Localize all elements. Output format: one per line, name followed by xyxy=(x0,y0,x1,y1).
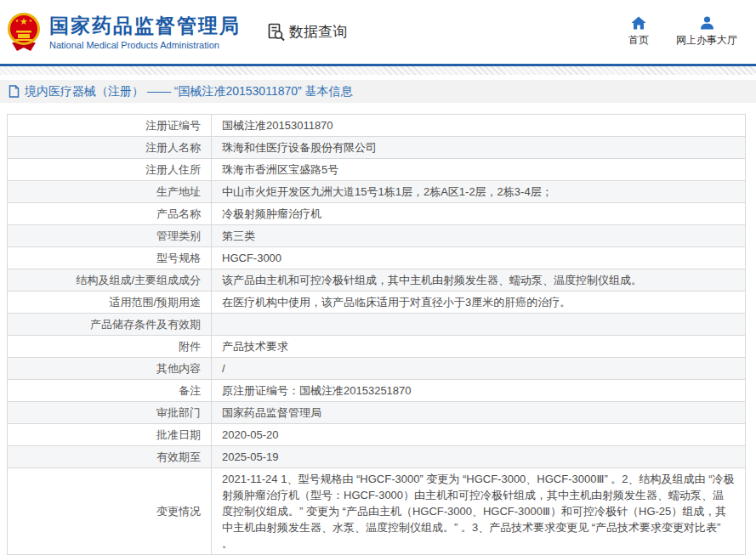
row-label: 变更情况 xyxy=(8,468,212,555)
row-label: 生产地址 xyxy=(8,181,212,203)
registration-info-table: 注册证编号 国械注准20153011870 注册人名称 珠海和佳医疗设备股份有限… xyxy=(7,114,746,555)
nav-home-label: 首页 xyxy=(628,33,649,48)
page-icon xyxy=(9,85,20,98)
svg-text:★: ★ xyxy=(20,16,28,26)
row-label: 附件 xyxy=(8,336,212,358)
table-row: 其他内容 / xyxy=(8,358,746,380)
change-info-row: 变更情况 2021-11-24 1、型号规格由 “HGCF-3000” 变更为 … xyxy=(8,468,746,555)
row-value: 2025-05-19 xyxy=(212,446,746,468)
row-value: 珠海和佳医疗设备股份有限公司 xyxy=(212,137,746,159)
row-value: 2020-05-20 xyxy=(212,424,746,446)
table-row: 生产地址 中山市火炬开发区九洲大道15号1栋1层，2栋A区1-2层，2栋3-4层… xyxy=(8,181,746,203)
row-label: 批准日期 xyxy=(8,424,212,446)
row-value xyxy=(212,314,746,336)
table-row: 注册人名称 珠海和佳医疗设备股份有限公司 xyxy=(8,137,746,159)
row-label: 其他内容 xyxy=(8,358,212,380)
nav-service-hall-label: 网上办事大厅 xyxy=(676,33,737,48)
national-emblem-icon: ★ ★ ★ xyxy=(7,12,41,53)
row-value: / xyxy=(212,358,746,380)
table-row: 适用范围/预期用途 在医疗机构中使用，该产品临床适用于对直径小于3厘米的肝癌的治… xyxy=(8,292,746,314)
table-row: 备注 原注册证编号：国械注准20153251870 xyxy=(8,380,746,402)
row-label: 管理类别 xyxy=(8,225,212,247)
data-query-label: 数据查询 xyxy=(289,22,347,42)
table-row: 型号规格 HGCF-3000 xyxy=(8,247,746,269)
hatch-band xyxy=(0,66,756,75)
user-icon xyxy=(700,16,714,30)
row-label: 型号规格 xyxy=(8,247,212,269)
row-label: 有效期至 xyxy=(8,446,212,468)
row-label: 产品名称 xyxy=(8,203,212,225)
row-label: 注册证编号 xyxy=(8,115,212,137)
site-subtitle: National Medical Products Administration xyxy=(49,40,241,50)
row-label: 适用范围/预期用途 xyxy=(8,292,212,314)
data-query-button[interactable]: 数据查询 xyxy=(266,22,347,42)
nav-item-home[interactable]: 首页 xyxy=(628,16,649,48)
row-value: 珠海市香洲区宝盛路5号 xyxy=(212,159,746,181)
table-row: 审批部门 国家药品监督管理局 xyxy=(8,402,746,424)
table-row: 产品储存条件及有效期 xyxy=(8,314,746,336)
row-value: 该产品由主机和可控冷极针组成，其中主机由射频发生器、蠕动泵、温度控制仪组成。 xyxy=(212,269,746,292)
row-value: HGCF-3000 xyxy=(212,247,746,269)
row-label: 注册人名称 xyxy=(8,137,212,159)
table-row: 注册人住所 珠海市香洲区宝盛路5号 xyxy=(8,159,746,181)
nav-item-service-hall[interactable]: 网上办事大厅 xyxy=(676,16,737,48)
row-value: 原注册证编号：国械注准20153251870 xyxy=(212,380,746,402)
home-icon xyxy=(631,16,646,30)
table-row: 结构及组成/主要组成成分 该产品由主机和可控冷极针组成，其中主机由射频发生器、蠕… xyxy=(8,269,746,292)
table-row: 有效期至 2025-05-19 xyxy=(8,446,746,468)
table-row: 管理类别 第三类 xyxy=(8,225,746,247)
header-nav: 首页 网上办事大厅 xyxy=(628,16,737,48)
row-value: 国械注准20153011870 xyxy=(212,115,746,137)
row-label: 审批部门 xyxy=(8,402,212,424)
row-value: 冷极射频肿瘤治疗机 xyxy=(212,203,746,225)
breadcrumb: 境内医疗器械（注册） —— “国械注准20153011870” 基本信息 xyxy=(0,80,756,103)
row-label: 结构及组成/主要组成成分 xyxy=(8,269,212,292)
doc-search-icon xyxy=(266,22,286,42)
row-label: 产品储存条件及有效期 xyxy=(8,314,212,336)
row-label: 备注 xyxy=(8,380,212,402)
site-logo[interactable]: ★ ★ ★ 国家药品监督管理局 National Medical Product… xyxy=(7,12,241,53)
table-row: 附件 产品技术要求 xyxy=(8,336,746,358)
row-value: 国家药品监督管理局 xyxy=(212,402,746,424)
svg-text:★: ★ xyxy=(29,18,33,23)
row-label: 注册人住所 xyxy=(8,159,212,181)
row-value: 产品技术要求 xyxy=(212,336,746,358)
site-title: 国家药品监督管理局 xyxy=(49,14,241,37)
row-value: 2021-11-24 1、型号规格由 “HGCF-3000” 变更为 “HGCF… xyxy=(212,468,746,555)
row-value: 第三类 xyxy=(212,225,746,247)
row-value: 中山市火炬开发区九洲大道15号1栋1层，2栋A区1-2层，2栋3-4层； xyxy=(212,181,746,203)
table-row: 批准日期 2020-05-20 xyxy=(8,424,746,446)
svg-text:★: ★ xyxy=(15,18,20,23)
row-value: 在医疗机构中使用，该产品临床适用于对直径小于3厘米的肝癌的治疗。 xyxy=(212,292,746,314)
table-row: 注册证编号 国械注准20153011870 xyxy=(8,115,746,137)
table-row: 产品名称 冷极射频肿瘤治疗机 xyxy=(8,203,746,225)
breadcrumb-text: 境内医疗器械（注册） —— “国械注准20153011870” 基本信息 xyxy=(25,84,353,99)
site-header: ★ ★ ★ 国家药品监督管理局 National Medical Product… xyxy=(0,0,756,64)
